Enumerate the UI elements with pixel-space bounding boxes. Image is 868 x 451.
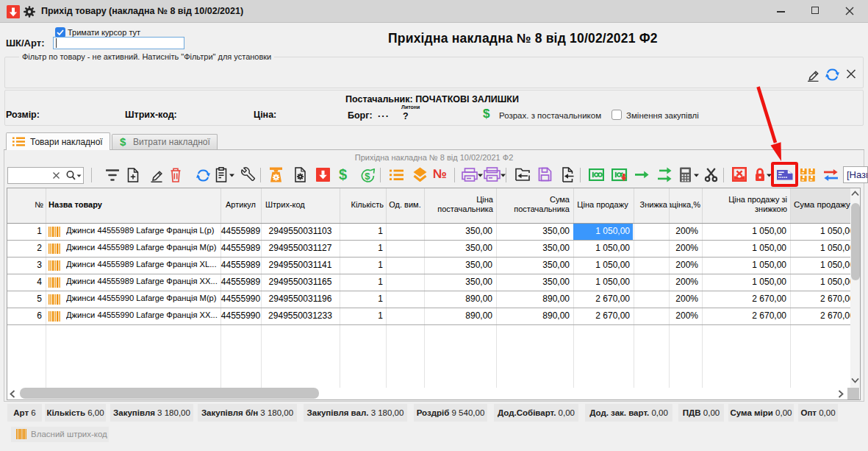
- svg-text:$: $: [365, 171, 370, 182]
